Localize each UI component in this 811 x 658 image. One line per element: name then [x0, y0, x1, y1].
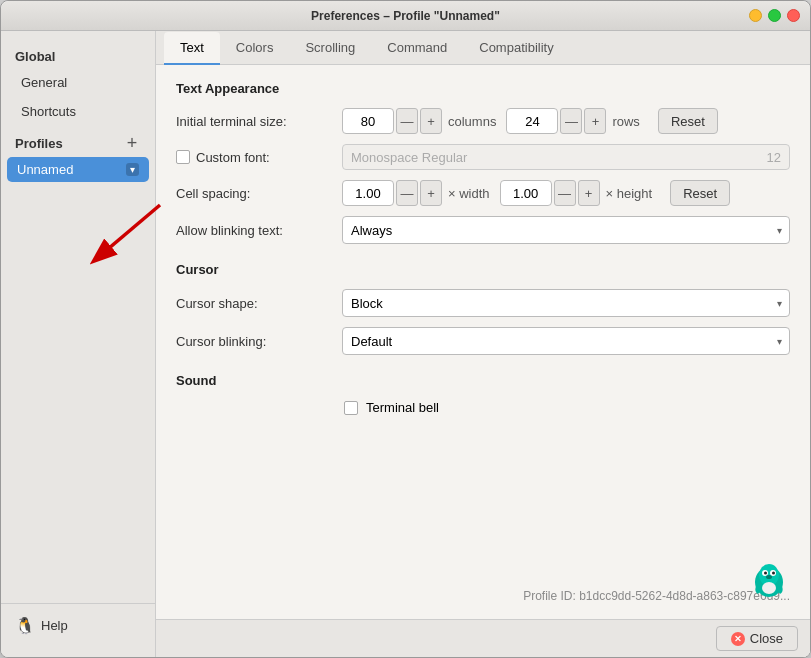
- cell-width-increment-button[interactable]: +: [420, 180, 442, 206]
- add-profile-button[interactable]: +: [123, 134, 141, 152]
- custom-font-row: Custom font: Monospace Regular 12: [176, 144, 790, 170]
- columns-decrement-button[interactable]: —: [396, 108, 418, 134]
- svg-point-6: [766, 575, 772, 579]
- cell-height-input[interactable]: [500, 180, 552, 206]
- custom-font-label: Custom font:: [176, 150, 336, 165]
- rows-label: rows: [612, 114, 639, 129]
- terminal-bell-row: Terminal bell: [176, 400, 790, 415]
- cell-height-increment-button[interactable]: +: [578, 180, 600, 206]
- text-panel: Text Appearance Initial terminal size: —…: [156, 65, 810, 619]
- help-label: Help: [41, 618, 68, 633]
- cursor-shape-label: Cursor shape:: [176, 296, 336, 311]
- tab-command[interactable]: Command: [371, 32, 463, 65]
- rows-input[interactable]: [506, 108, 558, 134]
- close-label: Close: [750, 631, 783, 646]
- window-title: Preferences – Profile "Unnamed": [311, 9, 500, 23]
- size-reset-button[interactable]: Reset: [658, 108, 718, 134]
- cell-width-group: — + × width: [342, 180, 494, 206]
- columns-input[interactable]: [342, 108, 394, 134]
- sidebar-global-label: Global: [1, 41, 155, 68]
- svg-point-7: [762, 582, 776, 594]
- tab-colors[interactable]: Colors: [220, 32, 290, 65]
- cell-height-label: × height: [606, 186, 653, 201]
- sidebar-profiles-header: Profiles +: [1, 126, 155, 156]
- initial-size-label: Initial terminal size:: [176, 114, 336, 129]
- initial-size-row: Initial terminal size: — + columns — + r…: [176, 108, 790, 134]
- rows-increment-button[interactable]: +: [584, 108, 606, 134]
- cursor-shape-row: Cursor shape: Block Underline I-Beam ▾: [176, 289, 790, 317]
- sidebar-item-shortcuts[interactable]: Shortcuts: [7, 98, 149, 125]
- cell-height-group: — + × height: [500, 180, 657, 206]
- sidebar-footer: 🐧 Help: [1, 603, 155, 647]
- bottom-bar: ✕ Close: [156, 619, 810, 657]
- svg-point-4: [764, 572, 767, 575]
- help-button[interactable]: 🐧 Help: [9, 612, 74, 639]
- columns-label: columns: [448, 114, 496, 129]
- sound-title: Sound: [176, 373, 790, 388]
- cell-width-input[interactable]: [342, 180, 394, 206]
- sidebar-item-unnamed-profile[interactable]: Unnamed ▾: [7, 157, 149, 182]
- svg-point-5: [772, 572, 775, 575]
- cursor-shape-select[interactable]: Block Underline I-Beam: [342, 289, 790, 317]
- cursor-blink-select-wrapper: Default On Off ▾: [342, 327, 790, 355]
- mascot-icon: [748, 558, 790, 603]
- profile-name: Unnamed: [17, 162, 73, 177]
- tabs-bar: Text Colors Scrolling Command Compatibil…: [156, 31, 810, 65]
- terminal-bell-label: Terminal bell: [366, 400, 439, 415]
- sidebar: Global General Shortcuts Profiles + Unna…: [1, 31, 156, 657]
- custom-font-checkbox[interactable]: [176, 150, 190, 164]
- terminal-bell-checkbox[interactable]: [344, 401, 358, 415]
- maximize-button[interactable]: [768, 9, 781, 22]
- window-controls: [749, 9, 800, 22]
- cell-spacing-row: Cell spacing: — + × width — + × height: [176, 180, 790, 206]
- text-appearance-title: Text Appearance: [176, 81, 790, 96]
- panel-footer: Profile ID: b1dcc9dd-5262-4d8d-a863-c897…: [176, 579, 790, 603]
- close-button[interactable]: ✕ Close: [716, 626, 798, 651]
- minimize-button[interactable]: [749, 9, 762, 22]
- cell-width-decrement-button[interactable]: —: [396, 180, 418, 206]
- cell-height-decrement-button[interactable]: —: [554, 180, 576, 206]
- cursor-blink-select[interactable]: Default On Off: [342, 327, 790, 355]
- help-icon: 🐧: [15, 616, 35, 635]
- columns-increment-button[interactable]: +: [420, 108, 442, 134]
- cell-spacing-label: Cell spacing:: [176, 186, 336, 201]
- main-content: Global General Shortcuts Profiles + Unna…: [1, 31, 810, 657]
- rows-input-group: — + rows: [506, 108, 643, 134]
- titlebar: Preferences – Profile "Unnamed": [1, 1, 810, 31]
- allow-blink-select[interactable]: Always Never Terminal setting: [342, 216, 790, 244]
- tab-text[interactable]: Text: [164, 32, 220, 65]
- cell-width-label: × width: [448, 186, 490, 201]
- allow-blink-label: Allow blinking text:: [176, 223, 336, 238]
- allow-blink-row: Allow blinking text: Always Never Termin…: [176, 216, 790, 244]
- cursor-shape-select-wrapper: Block Underline I-Beam ▾: [342, 289, 790, 317]
- close-circle-icon: ✕: [731, 632, 745, 646]
- content-area: Text Colors Scrolling Command Compatibil…: [156, 31, 810, 657]
- columns-input-group: — + columns: [342, 108, 500, 134]
- cursor-title: Cursor: [176, 262, 790, 277]
- profile-dropdown-button[interactable]: ▾: [126, 163, 139, 176]
- cell-spacing-reset-button[interactable]: Reset: [670, 180, 730, 206]
- allow-blink-select-wrapper: Always Never Terminal setting ▾: [342, 216, 790, 244]
- cursor-blink-row: Cursor blinking: Default On Off ▾: [176, 327, 790, 355]
- cursor-blink-label: Cursor blinking:: [176, 334, 336, 349]
- sidebar-profiles-label: Profiles: [15, 136, 63, 151]
- tab-scrolling[interactable]: Scrolling: [289, 32, 371, 65]
- close-button-titlebar[interactable]: [787, 9, 800, 22]
- font-display: Monospace Regular 12: [342, 144, 790, 170]
- rows-decrement-button[interactable]: —: [560, 108, 582, 134]
- sidebar-item-general[interactable]: General: [7, 69, 149, 96]
- tab-compatibility[interactable]: Compatibility: [463, 32, 569, 65]
